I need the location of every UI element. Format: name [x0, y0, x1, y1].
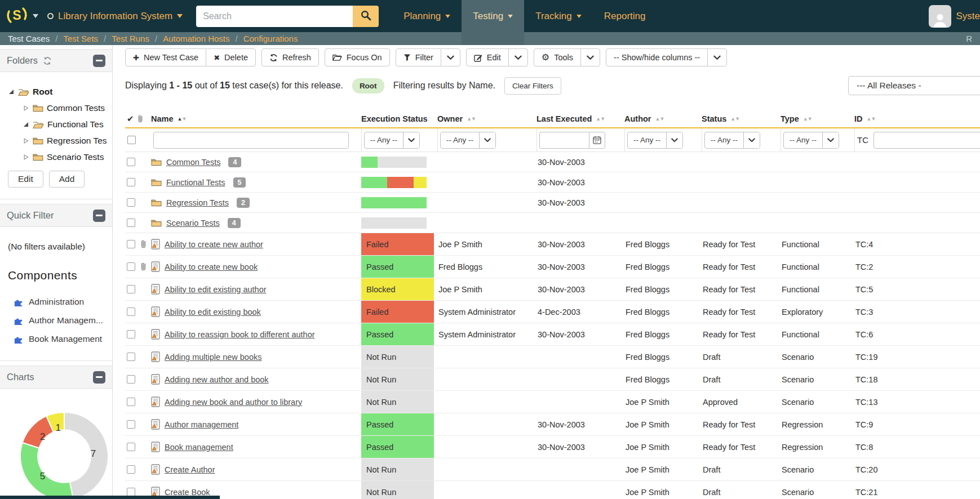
collapse-folders-button[interactable] — [93, 55, 105, 67]
row-checkbox[interactable] — [127, 353, 135, 361]
chevron-down-icon[interactable] — [403, 132, 419, 148]
sort-type[interactable]: ▲▼ — [803, 116, 813, 122]
row-checkbox[interactable] — [127, 158, 135, 166]
test-case-link[interactable]: Create Author — [165, 465, 215, 474]
row-checkbox[interactable] — [127, 240, 135, 248]
clear-filters-button[interactable]: Clear Filters — [504, 77, 561, 95]
row-checkbox[interactable] — [127, 219, 135, 227]
test-case-link[interactable]: Book management — [165, 443, 233, 452]
project-selector[interactable]: Library Information System — [47, 11, 183, 22]
root-folder-badge[interactable]: Root — [352, 78, 384, 93]
test-case-link[interactable]: Adding multiple new books — [165, 353, 262, 362]
type-filter[interactable]: -- Any -- — [783, 132, 839, 149]
search-button[interactable] — [353, 6, 379, 27]
owner-filter[interactable]: -- Any -- — [440, 132, 496, 149]
status-filter[interactable]: -- Any -- — [704, 132, 760, 149]
sort-id[interactable]: ▲▼ — [867, 116, 876, 122]
filter-button[interactable]: Filter — [396, 48, 441, 66]
folder-link[interactable]: Functional Tests — [166, 178, 225, 187]
show-hide-columns-dropdown[interactable]: -- Show/hide columns -- — [606, 48, 708, 66]
sort-author[interactable]: ▲▼ — [655, 116, 665, 122]
edit-button[interactable]: Edit — [466, 48, 509, 66]
breadcrumb-item[interactable]: Test Sets — [63, 34, 98, 43]
nav-planning[interactable]: Planning — [392, 0, 462, 32]
row-checkbox[interactable] — [127, 262, 135, 271]
breadcrumb-item[interactable]: Test Cases — [8, 34, 50, 43]
nav-testing[interactable]: Testing — [462, 0, 524, 32]
show-hide-columns-button[interactable] — [707, 48, 727, 66]
breadcrumb-item[interactable]: Configurations — [243, 34, 298, 43]
tree-node-label[interactable]: Scenario Tests — [47, 152, 104, 162]
test-case-link[interactable]: Ability to edit existing author — [165, 285, 267, 294]
row-checkbox[interactable] — [127, 375, 135, 384]
chevron-down-icon[interactable] — [743, 132, 760, 148]
folder-link[interactable]: Common Tests — [166, 158, 220, 167]
delete-button[interactable]: ✖ Delete — [206, 48, 256, 66]
row-checkbox[interactable] — [127, 178, 135, 186]
component-item[interactable]: Book Management — [14, 333, 104, 345]
collapse-charts-button[interactable] — [93, 371, 105, 384]
test-case-link[interactable]: Ability to reassign book to different au… — [165, 330, 315, 339]
row-checkbox[interactable] — [127, 488, 135, 496]
collapse-quick-filter-button[interactable] — [93, 210, 105, 222]
test-case-link[interactable]: Ability to create new book — [165, 262, 258, 271]
tree-node-label[interactable]: Common Tests — [47, 103, 105, 113]
new-test-case-button[interactable]: ✚ New Test Case — [125, 48, 206, 66]
test-case-link[interactable]: Adding new book and author to library — [165, 398, 302, 407]
chevron-down-icon[interactable] — [822, 132, 839, 148]
folder-link[interactable]: Scenario Tests — [166, 219, 220, 228]
component-item[interactable]: Author Managem... — [14, 314, 104, 327]
folder-link[interactable]: Regression Tests — [166, 198, 229, 207]
chevron-down-icon[interactable] — [666, 132, 682, 148]
component-item[interactable]: Administration — [14, 296, 104, 308]
row-checkbox[interactable] — [127, 330, 135, 338]
tree-collapsed-icon[interactable] — [23, 138, 29, 144]
author-filter[interactable]: -- Any -- — [627, 132, 683, 149]
search-input[interactable] — [196, 6, 353, 27]
tree-node-label[interactable]: Regression Tes — [47, 136, 107, 146]
chevron-down-icon[interactable] — [479, 132, 495, 148]
sort-owner[interactable]: ▲▼ — [467, 116, 476, 122]
test-case-link[interactable]: Ability to create new author — [165, 240, 263, 249]
edit-dropdown-button[interactable] — [508, 48, 528, 66]
tree-collapsed-icon[interactable] — [23, 105, 29, 111]
breadcrumb-item[interactable]: Test Runs — [112, 34, 149, 43]
row-checkbox[interactable] — [127, 465, 135, 474]
sort-last-executed[interactable]: ▲▼ — [596, 116, 605, 122]
focus-on-button[interactable]: Focus On — [325, 48, 390, 66]
tools-dropdown-button[interactable] — [580, 48, 600, 66]
product-menu[interactable]: S — [6, 4, 38, 29]
test-case-link[interactable]: Author management — [165, 420, 238, 429]
calendar-icon[interactable] — [589, 132, 605, 149]
add-folder-button[interactable]: Add — [49, 171, 85, 188]
release-dropdown[interactable]: --- All Releases - — [848, 76, 980, 95]
refresh-button[interactable]: Refresh — [261, 48, 319, 66]
tree-expanded-icon[interactable] — [23, 122, 29, 127]
filter-dropdown-button[interactable] — [441, 48, 460, 66]
tools-button[interactable]: ⚙ Tools — [534, 48, 581, 66]
test-case-link[interactable]: Ability to edit existing book — [165, 308, 261, 317]
id-filter-input[interactable] — [873, 132, 980, 149]
last-executed-filter-input[interactable] — [539, 132, 589, 149]
breadcrumb-item[interactable]: Automation Hosts — [163, 34, 229, 43]
user-menu[interactable]: Syste — [929, 5, 980, 28]
execution-status-filter[interactable]: -- Any -- — [364, 132, 420, 149]
row-checkbox[interactable] — [127, 285, 135, 293]
nav-tracking[interactable]: Tracking — [524, 0, 593, 32]
row-checkbox[interactable] — [127, 198, 135, 207]
sort-status[interactable]: ▲▼ — [730, 116, 740, 122]
refresh-folders-icon[interactable] — [43, 56, 52, 65]
select-all-checkbox[interactable] — [127, 136, 136, 144]
edit-folder-button[interactable]: Edit — [8, 171, 43, 188]
name-filter-input[interactable] — [153, 132, 349, 149]
test-case-link[interactable]: Adding new author and book — [165, 375, 269, 384]
nav-reporting[interactable]: Reporting — [593, 0, 657, 32]
tree-node-label[interactable]: Functional Tes — [47, 119, 104, 130]
row-checkbox[interactable] — [127, 308, 135, 316]
tree-collapsed-icon[interactable] — [23, 154, 29, 160]
tree-expanded-icon[interactable] — [8, 89, 15, 95]
row-checkbox[interactable] — [127, 443, 135, 451]
row-checkbox[interactable] — [127, 398, 135, 406]
tree-node-label[interactable]: Root — [33, 87, 52, 97]
sort-name[interactable]: ▲▼ — [178, 116, 187, 122]
